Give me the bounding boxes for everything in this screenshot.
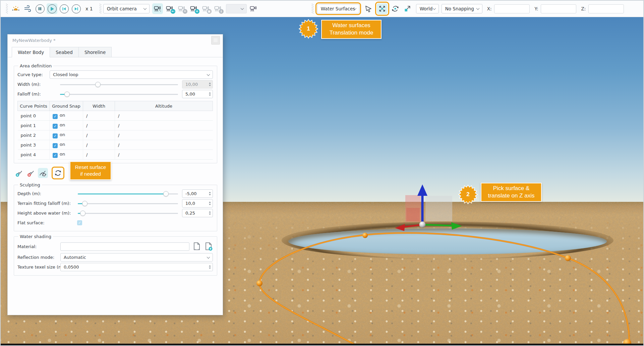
reflection-mode-select[interactable]: Automatic xyxy=(60,253,213,262)
pause-icon xyxy=(36,4,45,13)
reset-surface-button[interactable] xyxy=(53,168,63,178)
ground-snap-checkbox[interactable]: ✓ xyxy=(53,114,58,119)
terrain-falloff-spinner[interactable] xyxy=(207,199,213,207)
tab-shoreline[interactable]: Shoreline xyxy=(78,47,112,57)
camera-save-button[interactable]: ▣ xyxy=(200,3,211,14)
flat-surface-checkbox[interactable]: ✓ xyxy=(77,220,82,225)
x-label: X: xyxy=(487,6,492,11)
table-row[interactable]: point 0 ✓on / / xyxy=(18,111,213,121)
bottom-edge-bar xyxy=(1,344,644,346)
reflection-mode-label: Reflection mode: xyxy=(17,255,60,260)
table-row[interactable]: point 2 ✓on / / xyxy=(18,130,213,140)
y-label: Y: xyxy=(534,6,538,11)
toolbar-separator xyxy=(312,4,313,14)
falloff-spinner[interactable] xyxy=(207,90,213,98)
reset-highlight xyxy=(52,167,64,179)
step2-callout: Pick surface & translate on Z axis xyxy=(481,183,542,202)
material-input[interactable] xyxy=(60,242,189,251)
point-altitude: / xyxy=(115,111,213,121)
camera-view-button[interactable] xyxy=(248,3,259,14)
water-shading-legend: Water shading xyxy=(18,234,53,239)
falloff-spinbox[interactable]: 5,00 xyxy=(182,90,213,98)
table-row[interactable]: point 3 ✓on / / xyxy=(18,140,213,150)
water-surface[interactable] xyxy=(288,228,607,254)
height-above-water-slider[interactable] xyxy=(78,210,178,216)
step1-line1: Water surfaces xyxy=(326,22,377,29)
step-back-button[interactable] xyxy=(59,3,69,14)
camera-export-button[interactable]: ↓ xyxy=(213,3,223,14)
add-point-button[interactable] xyxy=(14,168,24,178)
edit-mode-select[interactable]: Water Surfaces xyxy=(317,4,359,13)
reset-line2: if needed xyxy=(73,171,108,177)
scale-tool-button[interactable] xyxy=(402,3,413,14)
chevron-down-icon xyxy=(476,7,479,10)
terrain-falloff-value: 10,0 xyxy=(182,201,207,206)
camera-add-button[interactable]: + xyxy=(188,3,199,14)
z-input[interactable] xyxy=(588,4,624,13)
point-name: point 1 xyxy=(18,121,50,130)
curve-type-value: Closed loop xyxy=(53,72,78,77)
ground-snap-checkbox[interactable]: ✓ xyxy=(53,124,58,129)
table-row[interactable]: point 1 ✓on / / xyxy=(18,121,213,130)
wind-button[interactable] xyxy=(22,3,33,14)
snap-state: on xyxy=(60,132,65,137)
ground-snap-checkbox[interactable]: ✓ xyxy=(53,143,58,148)
material-new-button[interactable] xyxy=(204,242,213,251)
camera-select[interactable]: Orbit camera xyxy=(103,4,150,13)
pause-button[interactable] xyxy=(35,3,45,14)
reset-callout: Reset surface if needed xyxy=(70,161,111,180)
snap-state: on xyxy=(60,113,65,118)
height-above-water-spinner[interactable] xyxy=(207,209,213,217)
close-button[interactable] xyxy=(211,36,220,45)
point-altitude: / xyxy=(115,121,213,130)
weather-sun-button[interactable] xyxy=(10,3,21,14)
width-spinner[interactable] xyxy=(207,80,213,88)
ground-snap-checkbox[interactable]: ✓ xyxy=(53,133,58,138)
toolbar-drag-handle[interactable] xyxy=(6,4,8,14)
curve-type-select[interactable]: Closed loop xyxy=(50,70,213,79)
play-button[interactable] xyxy=(47,3,57,14)
depth-spinbox[interactable]: -5,00 xyxy=(182,189,213,198)
falloff-slider[interactable] xyxy=(60,91,178,97)
dialog-titlebar[interactable]: MyNewWaterbody * xyxy=(8,35,223,46)
tab-water-body[interactable]: Water Body xyxy=(12,47,50,57)
texel-size-spinbox[interactable]: 0,0500 xyxy=(60,263,213,271)
rotate-tool-button[interactable] xyxy=(390,3,401,14)
point-width: / xyxy=(83,130,115,140)
camera-delete-button[interactable]: ✕ xyxy=(176,3,187,14)
step-forward-button[interactable] xyxy=(71,3,81,14)
camera-track-button[interactable] xyxy=(152,3,163,14)
point-altitude: / xyxy=(115,130,213,140)
cross-badge-icon: ✕ xyxy=(183,9,187,14)
terrain-falloff-slider[interactable] xyxy=(78,200,178,207)
cursor-icon xyxy=(364,5,372,13)
edit-curve-button[interactable] xyxy=(38,168,48,178)
ground-snap-checkbox[interactable]: ✓ xyxy=(53,153,58,158)
add-point-icon xyxy=(15,169,23,177)
height-above-water-spinbox[interactable]: 0,25 xyxy=(182,209,213,217)
remove-point-button[interactable] xyxy=(26,168,36,178)
depth-spinner[interactable] xyxy=(207,190,213,197)
translate-tool-button[interactable] xyxy=(377,3,388,14)
select-tool-button[interactable] xyxy=(363,3,374,14)
chevron-down-icon xyxy=(207,255,210,258)
playback-speed-label: x 1 xyxy=(85,6,93,11)
width-slider[interactable] xyxy=(60,81,178,88)
material-browse-button[interactable] xyxy=(192,242,201,251)
texel-size-spinner[interactable] xyxy=(207,263,213,271)
point-name: point 0 xyxy=(18,111,50,121)
step-forward-icon xyxy=(72,4,81,13)
terrain-falloff-spinbox[interactable]: 10,0 xyxy=(182,199,213,208)
depth-slider[interactable] xyxy=(78,191,178,197)
point-name: point 4 xyxy=(18,150,50,160)
snapping-select[interactable]: No Snapping xyxy=(442,4,482,13)
tab-seabed[interactable]: Seabed xyxy=(50,47,79,57)
camera-prev-button[interactable]: ← xyxy=(164,3,175,14)
table-row[interactable]: point 4 ✓on / / xyxy=(18,150,213,160)
x-input[interactable] xyxy=(494,4,530,13)
height-above-water-label: Height above water (m): xyxy=(17,211,77,216)
coordinate-space-select[interactable]: World xyxy=(416,4,439,13)
width-spinbox: 10,00 xyxy=(182,80,213,89)
dialog-tabs: Water Body Seabed Shoreline xyxy=(8,46,223,57)
y-input[interactable] xyxy=(541,4,576,13)
